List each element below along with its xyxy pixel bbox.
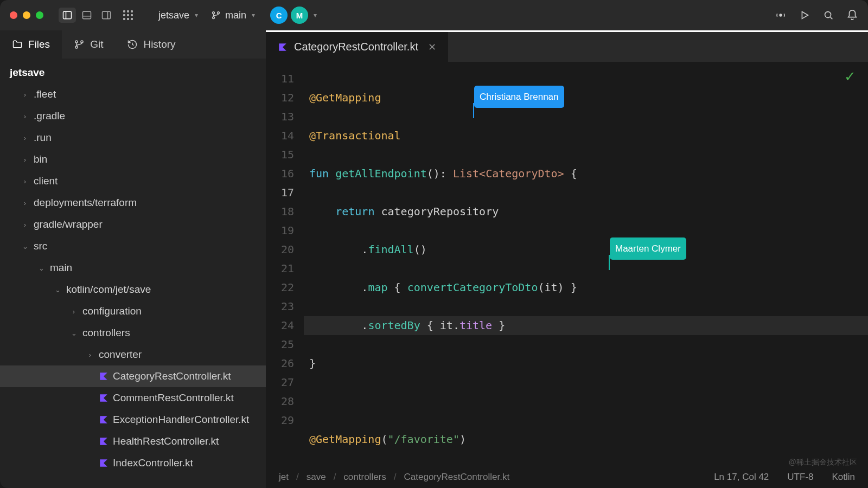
titlebar: jetsave▾ main▾ C M ▾: [0, 0, 868, 30]
tree-item-label: IndexController.kt: [113, 457, 193, 469]
left-panel-toggle[interactable]: [59, 8, 76, 23]
tree-item[interactable]: ›client: [0, 170, 266, 192]
run-icon[interactable]: [799, 9, 810, 21]
checkmark-icon: ✓: [844, 68, 856, 85]
watermark: @稀土掘金技术社区: [789, 458, 857, 467]
chevron-right-icon: ›: [21, 134, 29, 142]
chevron-down-icon: ▾: [195, 11, 198, 19]
tree-item-label: CategoryRestController.kt: [113, 370, 231, 382]
tree-item-label: HealthRestController.kt: [113, 435, 219, 447]
tree-item[interactable]: ›bin: [0, 149, 266, 170]
tree-root[interactable]: jetsave: [0, 62, 266, 84]
cursor-position[interactable]: Ln 17, Col 42: [714, 472, 769, 483]
editor: CategoryRestController.kt ✕ 111213141516…: [266, 30, 868, 488]
file-tree[interactable]: jetsave ›.fleet›.gradle›.run›bin›client›…: [0, 62, 266, 474]
collab-label: Maarten Clymer: [610, 237, 686, 260]
encoding[interactable]: UTF-8: [787, 472, 813, 483]
svg-point-12: [75, 46, 78, 48]
chevron-down-icon: ⌄: [69, 329, 78, 337]
svg-point-7: [213, 17, 215, 19]
breadcrumb[interactable]: CategoryRestController.kt: [404, 472, 510, 483]
code-area[interactable]: @GetMapping @Transactional fun getAllEnd…: [304, 62, 868, 466]
sidebar-tab-git[interactable]: Git: [62, 30, 115, 59]
sidebar-tabs: Files Git History: [0, 30, 266, 59]
tree-item[interactable]: ⌄main: [0, 257, 266, 279]
tree-item[interactable]: CommentRestController.kt: [0, 387, 266, 409]
svg-rect-0: [63, 11, 72, 18]
bell-icon[interactable]: [846, 9, 858, 21]
chevron-down-icon[interactable]: ▾: [314, 11, 317, 19]
svg-rect-2: [83, 11, 91, 18]
minimize-window-icon[interactable]: [23, 11, 30, 19]
branch-selector[interactable]: main▾: [207, 8, 259, 23]
chevron-down-icon: ⌄: [53, 286, 62, 294]
layout-panel-buttons: [59, 8, 135, 23]
tree-item[interactable]: ⌄src: [0, 235, 266, 257]
avatar[interactable]: M: [291, 7, 308, 24]
line-gutter: 11121314151617181920212223242526272829: [266, 62, 304, 466]
tree-item-label: bin: [34, 153, 47, 165]
tree-item-label: converter: [99, 349, 142, 361]
search-icon[interactable]: [822, 9, 834, 21]
tree-item[interactable]: ›configuration: [0, 300, 266, 322]
svg-point-10: [825, 12, 831, 18]
tree-item[interactable]: HealthRestController.kt: [0, 431, 266, 452]
sidebar-tab-files[interactable]: Files: [0, 30, 62, 59]
window-controls: [10, 11, 43, 19]
chevron-right-icon: ›: [86, 351, 94, 359]
chevron-down-icon: ⌄: [37, 264, 46, 272]
bottom-panel-toggle[interactable]: [78, 8, 95, 23]
branch-icon: [211, 10, 221, 20]
tree-item[interactable]: ExceptionHandlerController.kt: [0, 409, 266, 431]
chevron-right-icon: ›: [21, 177, 29, 185]
svg-point-11: [75, 41, 78, 43]
editor-tab[interactable]: CategoryRestController.kt ✕: [266, 32, 448, 62]
chevron-right-icon: ›: [21, 112, 29, 120]
kotlin-file-icon: [99, 458, 108, 468]
sidebar-tab-history[interactable]: History: [115, 30, 187, 59]
tree-item[interactable]: ⌄controllers: [0, 322, 266, 344]
tree-item-label: main: [50, 262, 72, 274]
tree-item[interactable]: ⌄kotlin/com/jet/save: [0, 279, 266, 300]
kotlin-file-icon: [278, 42, 288, 52]
breadcrumb[interactable]: jet: [279, 472, 289, 483]
chevron-right-icon: ›: [69, 307, 78, 316]
tree-item-label: .fleet: [34, 88, 56, 100]
close-icon[interactable]: ✕: [428, 41, 436, 53]
branch-icon: [74, 39, 85, 50]
kotlin-file-icon: [99, 436, 108, 446]
tree-item[interactable]: IndexController.kt: [0, 452, 266, 474]
tree-item-label: controllers: [82, 327, 130, 339]
tree-item[interactable]: ›gradle/wrapper: [0, 214, 266, 235]
tree-item[interactable]: ›converter: [0, 344, 266, 365]
close-window-icon[interactable]: [10, 11, 17, 19]
collab-label: Christiana Brennan: [474, 86, 564, 108]
tree-item[interactable]: ›.run: [0, 127, 266, 149]
project-selector[interactable]: jetsave▾: [154, 8, 202, 23]
tree-item[interactable]: CategoryRestController.kt: [0, 365, 266, 387]
breadcrumb[interactable]: controllers: [343, 472, 386, 483]
tree-item-label: .run: [34, 132, 52, 144]
tree-item-label: src: [34, 240, 47, 252]
tree-item-label: deployments/terraform: [34, 197, 137, 209]
tree-item-label: configuration: [82, 305, 142, 317]
tree-item[interactable]: ›.fleet: [0, 84, 266, 105]
broadcast-icon[interactable]: [775, 9, 787, 21]
apps-grid-icon[interactable]: [117, 8, 135, 23]
maximize-window-icon[interactable]: [36, 11, 43, 19]
svg-point-13: [81, 41, 83, 43]
svg-point-8: [218, 12, 220, 14]
language[interactable]: Kotlin: [832, 472, 855, 483]
svg-rect-4: [103, 11, 111, 18]
right-panel-toggle[interactable]: [98, 8, 115, 23]
tree-item[interactable]: ›deployments/terraform: [0, 192, 266, 214]
avatar[interactable]: C: [270, 7, 288, 24]
tree-item-label: .gradle: [34, 110, 65, 122]
tree-item-label: ExceptionHandlerController.kt: [113, 414, 249, 426]
svg-point-9: [780, 14, 782, 16]
tree-item-label: gradle/wrapper: [34, 219, 103, 230]
chevron-right-icon: ›: [21, 156, 29, 164]
tree-item[interactable]: ›.gradle: [0, 105, 266, 127]
breadcrumb[interactable]: save: [307, 472, 326, 483]
tree-item-label: CommentRestController.kt: [113, 392, 234, 404]
